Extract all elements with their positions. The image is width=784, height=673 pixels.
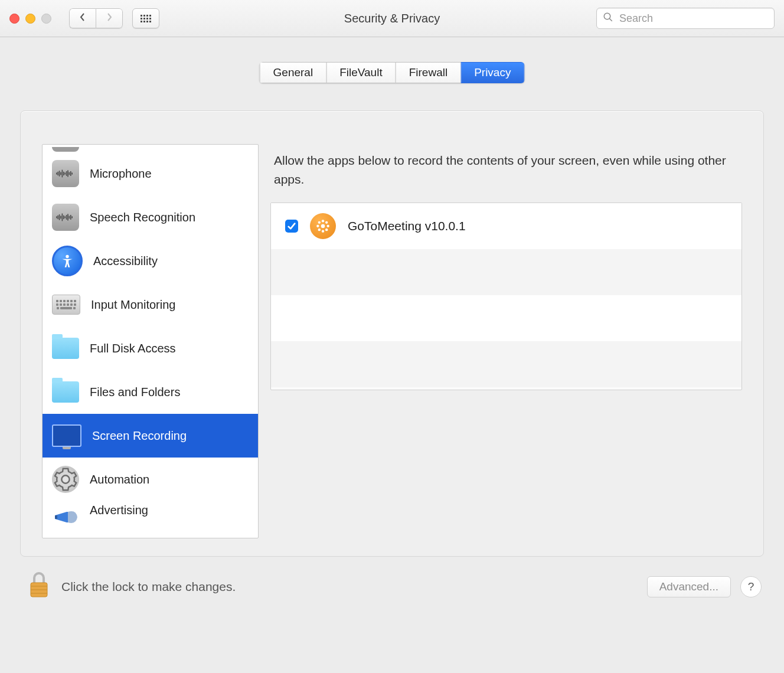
sidebar-item-label: Input Monitoring <box>91 298 175 312</box>
search-field[interactable] <box>596 8 775 29</box>
svg-point-34 <box>325 221 328 224</box>
svg-line-1 <box>609 18 612 21</box>
app-name-label: GoToMeeting v10.0.1 <box>348 219 466 233</box>
svg-point-30 <box>322 230 324 233</box>
chevron-right-icon <box>106 12 113 24</box>
svg-rect-4 <box>59 171 60 177</box>
forward-button[interactable] <box>96 8 123 28</box>
gear-icon <box>52 466 79 493</box>
privacy-detail-pane: Allow the apps below to record the conte… <box>270 144 742 538</box>
svg-rect-24 <box>70 215 71 220</box>
app-list[interactable]: GoToMeeting v10.0.1 <box>270 202 742 390</box>
sidebar-item-files-and-folders[interactable]: Files and Folders <box>43 370 258 414</box>
privacy-sidebar[interactable]: Microphone Speech Recognition Accessibil… <box>42 144 259 538</box>
window-title: Security & Privacy <box>344 12 440 25</box>
sidebar-item-advertising[interactable]: Advertising <box>43 501 258 531</box>
tab-bar: General FileVault Firewall Privacy <box>260 62 525 83</box>
minimize-window-button[interactable] <box>25 14 35 24</box>
svg-rect-14 <box>56 216 57 218</box>
svg-rect-6 <box>62 170 63 178</box>
monitor-icon <box>52 424 81 447</box>
description-text: Allow the apps below to record the conte… <box>270 151 742 188</box>
sidebar-item-microphone[interactable]: Microphone <box>43 152 258 195</box>
nav-history-group <box>69 8 123 28</box>
search-input[interactable] <box>618 12 768 25</box>
svg-rect-3 <box>57 172 58 175</box>
camera-icon <box>52 147 79 152</box>
window-controls <box>9 14 51 24</box>
svg-point-26 <box>66 255 68 258</box>
app-list-row <box>271 249 741 295</box>
folder-icon <box>52 338 79 359</box>
svg-rect-15 <box>57 215 58 219</box>
svg-rect-13 <box>71 172 73 174</box>
advanced-button[interactable]: Advanced... <box>647 576 731 597</box>
main-panel: Microphone Speech Recognition Accessibil… <box>20 110 764 557</box>
svg-point-36 <box>325 228 328 231</box>
svg-rect-8 <box>64 172 66 174</box>
svg-rect-27 <box>55 515 57 519</box>
accessibility-icon <box>52 246 83 276</box>
app-list-row[interactable]: GoToMeeting v10.0.1 <box>271 203 741 249</box>
svg-rect-19 <box>63 215 64 219</box>
speech-recognition-icon <box>52 204 79 231</box>
sidebar-item-speech-recognition[interactable]: Speech Recognition <box>43 195 258 239</box>
svg-rect-20 <box>64 216 66 218</box>
footer-bar: Click the lock to make changes. Advanced… <box>0 557 784 618</box>
svg-rect-11 <box>69 172 70 175</box>
svg-point-29 <box>322 220 324 222</box>
window-toolbar: Security & Privacy <box>0 0 784 37</box>
svg-rect-21 <box>66 215 67 220</box>
preferences-body: General FileVault Firewall Privacy Micro… <box>0 37 784 618</box>
tab-filevault[interactable]: FileVault <box>326 62 396 83</box>
zoom-window-button[interactable] <box>41 14 51 24</box>
sidebar-item-automation[interactable]: Automation <box>43 458 258 501</box>
lock-icon <box>27 571 51 600</box>
sidebar-item-label: Advertising <box>90 504 148 517</box>
svg-rect-5 <box>60 172 61 175</box>
back-button[interactable] <box>69 8 96 28</box>
microphone-icon <box>52 160 79 187</box>
checkmark-icon <box>288 219 296 233</box>
search-icon <box>603 12 618 25</box>
sidebar-item-screen-recording[interactable]: Screen Recording <box>43 414 258 458</box>
svg-rect-23 <box>69 216 70 219</box>
sidebar-item-label: Speech Recognition <box>90 211 195 224</box>
sidebar-item-label: Screen Recording <box>92 429 187 443</box>
tab-firewall[interactable]: Firewall <box>396 62 460 83</box>
chevron-left-icon <box>79 12 86 24</box>
svg-point-32 <box>327 225 329 227</box>
show-all-button[interactable] <box>132 8 159 28</box>
sidebar-item-partial-top[interactable] <box>43 145 258 152</box>
svg-rect-7 <box>63 172 64 175</box>
lock-hint-text: Click the lock to make changes. <box>61 580 236 594</box>
sidebar-item-label: Microphone <box>90 167 152 181</box>
close-window-button[interactable] <box>9 14 19 24</box>
svg-rect-25 <box>71 216 73 218</box>
svg-rect-12 <box>70 171 71 176</box>
gotomeeting-icon <box>310 213 336 239</box>
sidebar-item-label: Accessibility <box>93 254 158 268</box>
svg-rect-10 <box>67 170 68 177</box>
svg-rect-9 <box>66 171 67 176</box>
app-checkbox[interactable] <box>285 220 298 233</box>
sidebar-item-label: Full Disk Access <box>90 342 176 355</box>
svg-rect-22 <box>67 214 68 220</box>
sidebar-item-input-monitoring[interactable]: Input Monitoring <box>43 283 258 326</box>
tab-general[interactable]: General <box>260 62 326 83</box>
sidebar-item-full-disk-access[interactable]: Full Disk Access <box>43 326 258 370</box>
svg-rect-18 <box>62 214 63 221</box>
folder-icon <box>52 381 79 403</box>
help-button[interactable]: ? <box>740 576 762 597</box>
grid-icon <box>141 15 151 22</box>
svg-point-35 <box>318 228 321 231</box>
sidebar-item-label: Files and Folders <box>90 385 180 399</box>
app-list-row <box>271 341 741 387</box>
lock-button[interactable] <box>27 573 51 600</box>
svg-rect-16 <box>59 214 60 220</box>
sidebar-item-accessibility[interactable]: Accessibility <box>43 239 258 283</box>
megaphone-icon <box>52 504 79 531</box>
tab-privacy[interactable]: Privacy <box>460 62 524 83</box>
svg-point-0 <box>604 13 610 19</box>
svg-rect-2 <box>56 172 57 174</box>
